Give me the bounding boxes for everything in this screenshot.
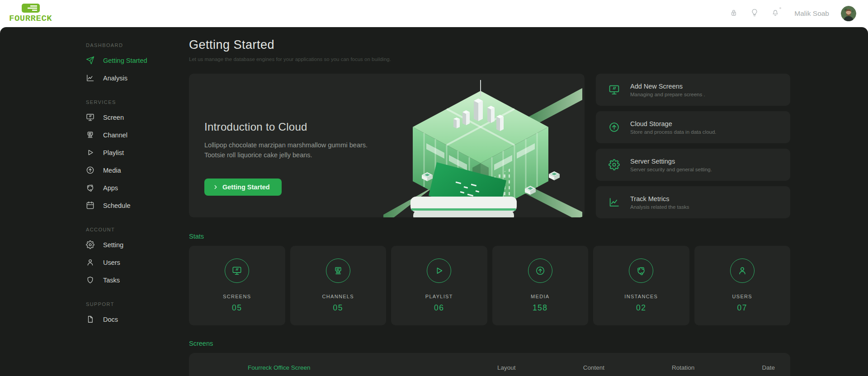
sidebar-item-tasks[interactable]: Tasks (86, 271, 189, 289)
bulb-icon[interactable] (750, 8, 759, 19)
logo-icon (22, 4, 40, 13)
app-body: DASHBOARD Getting Started Analysis SERVI… (0, 27, 868, 376)
sidebar-item-channel[interactable]: Channel (86, 126, 189, 144)
logo-text: FOURRECK (9, 14, 52, 24)
stat-label: USERS (732, 294, 752, 299)
stat-card-users[interactable]: USERS 07 (694, 246, 791, 325)
sidebar-item-label: Getting Started (103, 57, 147, 64)
sidebar-item-users[interactable]: Users (86, 254, 189, 271)
sidebar-item-media[interactable]: Media (86, 161, 189, 179)
table-row[interactable]: Fourreck Office Screen Layout Content Ro… (189, 353, 790, 376)
hero-body-line2: Tootsie roll liquorice cake jelly beans. (204, 150, 368, 160)
upload-icon (86, 166, 94, 174)
sidebar-item-label: Media (103, 167, 121, 174)
sidebar-item-label: Docs (103, 316, 118, 323)
quick-card-server-settings[interactable]: Server Settings Server security and gene… (596, 149, 790, 181)
user-icon (730, 258, 755, 283)
stat-card-instances[interactable]: INSTANCES 02 (593, 246, 689, 325)
sidebar-heading-account: ACCOUNT (86, 227, 189, 232)
sidebar-item-schedule[interactable]: Schedule (86, 197, 189, 214)
stat-label: SCREENS (223, 294, 251, 299)
quick-card-title: Track Metrics (630, 195, 689, 202)
quick-card-subtitle: Managing and prepare screens . (630, 92, 705, 97)
sidebar-item-setting[interactable]: Setting (86, 236, 189, 254)
bell-icon[interactable] (771, 8, 780, 19)
sidebar-heading-services: SERVICES (86, 99, 189, 105)
user-icon (86, 258, 94, 267)
avatar-image (841, 6, 856, 21)
stat-value: 07 (737, 303, 747, 313)
quick-card-title: Server Settings (630, 158, 712, 165)
sidebar-item-label: Tasks (103, 277, 120, 284)
webhook-icon (629, 258, 653, 283)
column-header-layout: Layout (497, 364, 516, 371)
monitor-icon (225, 258, 249, 283)
sidebar-item-docs[interactable]: Docs (86, 310, 189, 328)
sidebar-item-label: Schedule (103, 202, 130, 209)
main-content: Getting Started Let us manage the databa… (189, 27, 868, 376)
play-icon (86, 148, 94, 157)
chevron-right-icon (212, 184, 219, 190)
stat-card-media[interactable]: MEDIA 158 (492, 246, 589, 325)
screens-heading: Screens (189, 340, 790, 347)
sidebar-item-label: Users (103, 259, 120, 266)
hero-title: Introduction to Cloud (204, 121, 368, 133)
quick-card-subtitle: Store and process data in data cloud. (630, 129, 717, 135)
cloud-illustration (381, 74, 585, 217)
sidebar-heading-support: SUPPORT (86, 301, 189, 307)
cast-icon (86, 131, 94, 139)
stats-grid: SCREENS 05 CHANNELS 05 PLAYLIST 06 MEDIA… (189, 246, 790, 325)
quick-card-track-metrics[interactable]: Track Metrics Analysis related the tasks (596, 186, 790, 218)
upload-icon (609, 122, 620, 133)
stat-card-playlist[interactable]: PLAYLIST 06 (391, 246, 487, 325)
sidebar-item-label: Playlist (103, 149, 124, 156)
quick-card-title: Cloud Storage (630, 120, 717, 127)
upload-icon (528, 258, 552, 283)
cast-icon (326, 258, 350, 283)
column-header-content: Content (583, 364, 604, 371)
screen-thumbnail[interactable] (189, 353, 234, 376)
page-subtitle: Let us manage the database engines for y… (189, 56, 790, 62)
user-name: Malik Soab (794, 9, 829, 18)
sidebar-item-apps[interactable]: Apps (86, 179, 189, 197)
sidebar-item-screen[interactable]: Screen (86, 108, 189, 126)
gear-icon (609, 159, 620, 170)
lock-icon[interactable] (729, 8, 738, 19)
getting-started-button[interactable]: Getting Started (204, 179, 282, 196)
sidebar-item-getting-started[interactable]: Getting Started (86, 52, 189, 69)
getting-started-button-label: Getting Started (222, 183, 270, 191)
stat-value: 05 (333, 303, 343, 313)
stat-label: CHANNELS (322, 294, 354, 299)
file-icon (86, 315, 94, 324)
stats-heading: Stats (189, 233, 790, 240)
sidebar-item-label: Screen (103, 114, 124, 121)
column-header-rotation: Rotation (672, 364, 694, 371)
avatar[interactable] (841, 6, 856, 21)
send-icon (86, 56, 94, 65)
screen-name-link[interactable]: Fourreck Office Screen (248, 364, 497, 371)
shield-icon (86, 276, 94, 284)
monitor-icon (609, 84, 620, 95)
stat-value: 06 (434, 303, 444, 313)
sidebar-item-analysis[interactable]: Analysis (86, 69, 189, 87)
stat-label: INSTANCES (624, 294, 658, 299)
webhook-icon (86, 183, 94, 192)
stat-label: MEDIA (531, 294, 549, 299)
stat-card-channels[interactable]: CHANNELS 05 (290, 246, 387, 325)
quick-card-cloud-storage[interactable]: Cloud Storage Store and process data in … (596, 111, 790, 143)
logo[interactable]: FOURRECK (9, 4, 52, 24)
stat-card-screens[interactable]: SCREENS 05 (189, 246, 285, 325)
notification-dot (779, 7, 781, 9)
stat-value: 158 (533, 303, 548, 313)
page-title: Getting Started (189, 38, 790, 52)
sidebar-item-label: Apps (103, 184, 118, 192)
sidebar-item-playlist[interactable]: Playlist (86, 144, 189, 161)
top-bar: FOURRECK Malik Soab (0, 0, 868, 27)
gear-icon (86, 240, 94, 249)
quick-card-add-new-screens[interactable]: Add New Screens Managing and prepare scr… (596, 74, 790, 106)
quick-card-subtitle: Server security and general setting. (630, 167, 712, 172)
chart-line-icon (609, 197, 620, 208)
stat-value: 05 (232, 303, 242, 313)
play-icon (427, 258, 451, 283)
quick-card-title: Add New Screens (630, 83, 705, 90)
